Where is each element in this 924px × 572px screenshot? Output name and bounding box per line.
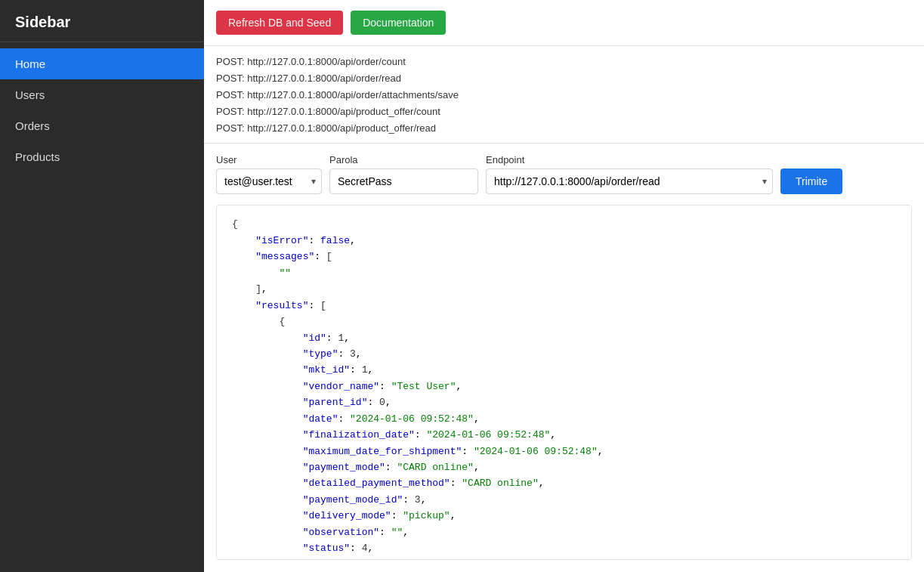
toolbar: Refresh DB and Seed Documentation [204,0,924,46]
endpoint-field-group: Endpoint http://127.0.0.1:8000/api/order… [486,154,773,194]
api-link-3: POST: http://127.0.0.1:8000/api/order/at… [216,87,912,104]
sidebar-title: Sidebar [0,0,204,42]
parola-input[interactable] [329,169,478,194]
api-link-4: POST: http://127.0.0.1:8000/api/product_… [216,104,912,120]
parola-field-group: Parola [329,154,478,194]
user-select-wrapper: test@user.test [216,169,322,194]
trimite-button[interactable]: Trimite [780,169,842,194]
sidebar-item-home[interactable]: Home [0,48,204,79]
endpoint-select[interactable]: http://127.0.0.1:8000/api/order/read htt… [486,169,773,194]
sidebar-item-users[interactable]: Users [0,79,204,110]
sidebar-nav: Home Users Orders Products [0,48,204,172]
user-select[interactable]: test@user.test [216,169,322,194]
sidebar-item-products[interactable]: Products [0,141,204,172]
main-content: Refresh DB and Seed Documentation POST: … [204,0,924,572]
user-label: User [216,154,322,165]
documentation-button[interactable]: Documentation [351,11,446,35]
api-links: POST: http://127.0.0.1:8000/api/order/co… [204,46,924,144]
user-field-group: User test@user.test [216,154,322,194]
api-link-5: POST: http://127.0.0.1:8000/api/product_… [216,120,912,137]
sidebar-item-orders[interactable]: Orders [0,110,204,141]
refresh-db-button[interactable]: Refresh DB and Seed [216,11,343,35]
sidebar: Sidebar Home Users Orders Products [0,0,204,572]
api-link-1: POST: http://127.0.0.1:8000/api/order/co… [216,54,912,70]
endpoint-label: Endpoint [486,154,773,165]
submit-group: Trimite [780,169,842,194]
parola-label: Parola [329,154,478,165]
api-link-2: POST: http://127.0.0.1:8000/api/order/re… [216,70,912,87]
json-output: { "isError": false, "messages": [ "" ], … [216,205,912,560]
form-row: User test@user.test Parola Endpoint http… [204,144,924,205]
endpoint-select-wrapper: http://127.0.0.1:8000/api/order/read htt… [486,169,773,194]
